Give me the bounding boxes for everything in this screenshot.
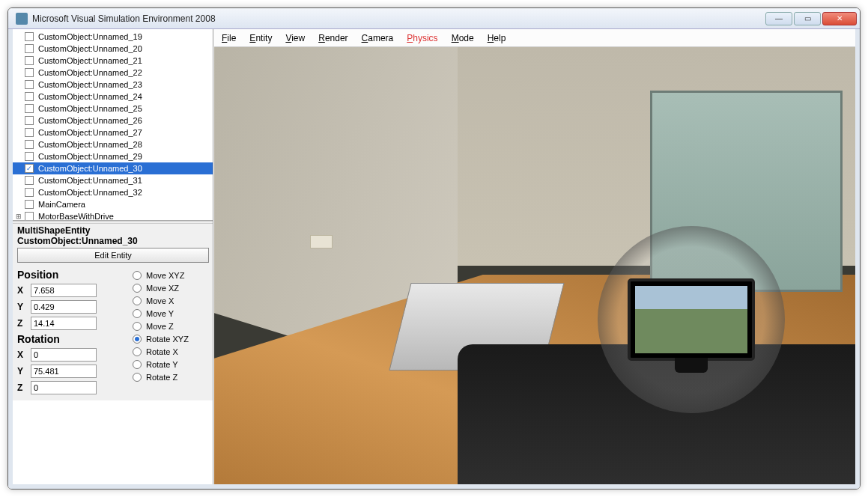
mode-radio-row[interactable]: Move Y	[133, 307, 210, 320]
menu-entity[interactable]: Entity	[249, 33, 272, 43]
tree-item-label: CustomObject:Unnamed_24	[38, 92, 142, 101]
menu-file[interactable]: File	[222, 33, 236, 43]
mode-radio-row[interactable]: Rotate X	[133, 345, 210, 358]
tree-expander-icon[interactable]: ⊞	[14, 213, 23, 220]
tree-item[interactable]: CustomObject:Unnamed_26	[13, 115, 213, 126]
radio-icon[interactable]	[133, 296, 142, 305]
maximize-button[interactable]: ▭	[794, 12, 821, 25]
tree-item-label: CustomObject:Unnamed_29	[38, 152, 142, 161]
rot-x-label: X	[17, 350, 28, 360]
tree-item[interactable]: MainCamera	[13, 198, 213, 210]
tree-item[interactable]: CustomObject:Unnamed_32	[13, 186, 213, 198]
tree-item-label: MotorBaseWithDrive	[38, 212, 114, 221]
entity-type-label: MultiShapeEntity	[17, 225, 210, 236]
mode-radio-row[interactable]: Rotate Z	[133, 371, 210, 383]
pos-y-label: Y	[17, 302, 28, 312]
tree-checkbox[interactable]	[25, 104, 34, 113]
tree-item[interactable]: CustomObject:Unnamed_23	[13, 79, 213, 91]
tree-checkbox[interactable]	[25, 200, 34, 209]
tree-checkbox[interactable]	[25, 32, 34, 41]
tree-checkbox[interactable]	[25, 68, 34, 77]
pos-x-label: X	[17, 285, 28, 296]
tree-item[interactable]: CustomObject:Unnamed_21	[13, 55, 213, 67]
tree-item[interactable]: CustomObject:Unnamed_22	[13, 67, 213, 79]
rot-z-input[interactable]	[31, 381, 97, 394]
menu-help[interactable]: Help	[488, 33, 506, 43]
scene-tv-base	[675, 358, 708, 373]
mode-radio-row[interactable]: Move Z	[133, 320, 210, 332]
tree-item-label: CustomObject:Unnamed_21	[38, 56, 142, 65]
close-button[interactable]: ✕	[822, 12, 857, 25]
tree-item[interactable]: CustomObject:Unnamed_31	[13, 174, 213, 186]
radio-label: Move Y	[146, 309, 174, 318]
radio-label: Move XZ	[146, 284, 179, 293]
titlebar[interactable]: Microsoft Visual Simulation Environment …	[8, 8, 860, 29]
tree-checkbox[interactable]	[25, 188, 34, 197]
menu-view[interactable]: View	[285, 33, 305, 43]
scene-tv	[628, 278, 755, 361]
tree-item[interactable]: ⊞MotorBaseWithDrive	[13, 210, 213, 221]
tree-item[interactable]: CustomObject:Unnamed_19	[13, 31, 213, 43]
radio-icon[interactable]	[133, 284, 142, 293]
minimize-button[interactable]: —	[765, 12, 792, 25]
tree-checkbox[interactable]	[25, 128, 34, 137]
tree-item[interactable]: ✓CustomObject:Unnamed_30	[13, 162, 213, 174]
mode-radio-row[interactable]: Rotate XYZ	[133, 332, 210, 345]
radio-label: Rotate Y	[146, 360, 178, 369]
tree-checkbox[interactable]	[25, 92, 34, 101]
tree-item[interactable]: CustomObject:Unnamed_24	[13, 91, 213, 103]
tree-checkbox[interactable]	[25, 212, 34, 221]
mode-radio-row[interactable]: Move X	[133, 294, 210, 307]
mode-radio-row[interactable]: Move XZ	[133, 281, 210, 294]
tree-item-label: CustomObject:Unnamed_23	[38, 80, 142, 89]
radio-icon[interactable]	[133, 360, 142, 369]
radio-icon[interactable]	[133, 335, 142, 344]
pos-z-label: Z	[17, 318, 28, 329]
tree-checkbox[interactable]: ✓	[25, 164, 34, 173]
tree-item[interactable]: CustomObject:Unnamed_28	[13, 138, 213, 150]
rotate-gizmo[interactable]	[598, 226, 785, 413]
tree-checkbox[interactable]	[25, 56, 34, 65]
right-panel: File Entity View Render Camera Physics M…	[213, 29, 855, 484]
pos-x-input[interactable]	[31, 284, 97, 297]
entity-tree[interactable]: CustomObject:Unnamed_19CustomObject:Unna…	[13, 29, 213, 221]
radio-icon[interactable]	[133, 373, 142, 382]
tree-checkbox[interactable]	[25, 44, 34, 53]
pos-z-input[interactable]	[31, 317, 97, 330]
edit-entity-button[interactable]: Edit Entity	[17, 248, 209, 263]
3d-viewport[interactable]	[214, 47, 855, 484]
tree-item-label: MainCamera	[38, 200, 85, 209]
pos-y-input[interactable]	[31, 300, 97, 314]
radio-icon[interactable]	[133, 322, 142, 331]
rot-y-input[interactable]	[31, 365, 97, 378]
scene-lightswitch	[310, 235, 333, 248]
rot-x-input[interactable]	[31, 348, 97, 362]
tree-item-label: CustomObject:Unnamed_30	[38, 164, 142, 173]
tree-item[interactable]: CustomObject:Unnamed_27	[13, 126, 213, 138]
window-controls: — ▭ ✕	[765, 12, 857, 25]
tree-checkbox[interactable]	[25, 80, 34, 89]
rotation-heading: Rotation	[17, 333, 130, 345]
tree-item[interactable]: CustomObject:Unnamed_29	[13, 150, 213, 162]
entity-name-label: CustomObject:Unnamed_30	[17, 236, 210, 246]
manipulation-mode-radios: Move XYZMove XZMove XMove YMove ZRotate …	[133, 267, 210, 396]
mode-radio-row[interactable]: Rotate Y	[133, 358, 210, 371]
menu-camera[interactable]: Camera	[362, 33, 394, 43]
menu-render[interactable]: Render	[318, 33, 347, 43]
radio-icon[interactable]	[133, 271, 142, 280]
tree-checkbox[interactable]	[25, 152, 34, 161]
tree-item-label: CustomObject:Unnamed_19	[38, 32, 142, 41]
tree-checkbox[interactable]	[25, 140, 34, 149]
radio-icon[interactable]	[133, 309, 142, 318]
app-window: Microsoft Visual Simulation Environment …	[7, 7, 861, 490]
tree-checkbox[interactable]	[25, 176, 34, 185]
tree-item[interactable]: CustomObject:Unnamed_25	[13, 103, 213, 115]
content-area: CustomObject:Unnamed_19CustomObject:Unna…	[8, 29, 860, 489]
tree-item[interactable]: CustomObject:Unnamed_20	[13, 43, 213, 55]
mode-radio-row[interactable]: Move XYZ	[133, 269, 210, 281]
radio-label: Move XYZ	[146, 271, 184, 280]
menu-mode[interactable]: Mode	[452, 33, 474, 43]
radio-icon[interactable]	[133, 347, 142, 356]
menu-physics[interactable]: Physics	[407, 33, 437, 43]
tree-checkbox[interactable]	[25, 116, 34, 125]
